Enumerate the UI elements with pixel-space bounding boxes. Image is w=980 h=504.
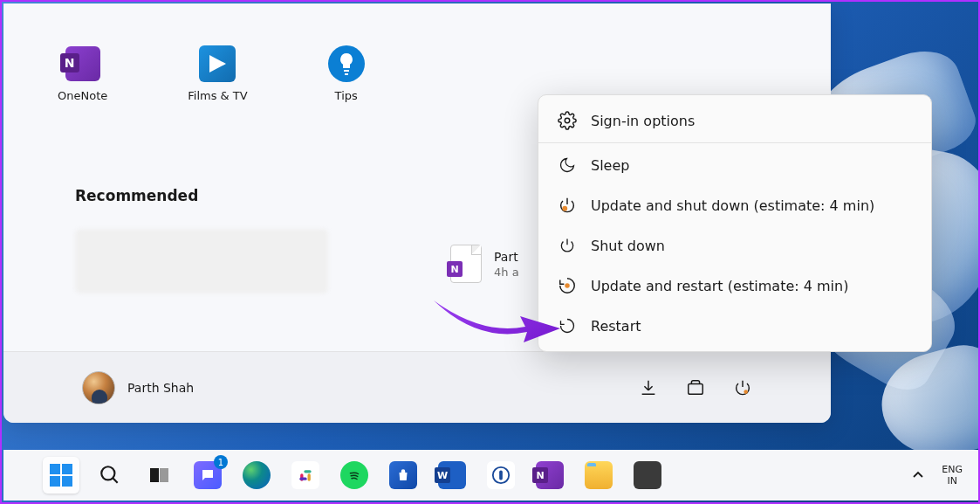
svg-rect-14 xyxy=(308,473,311,480)
store-icon xyxy=(389,461,417,489)
onepassword-icon xyxy=(487,461,515,489)
menu-separator xyxy=(538,142,931,143)
taskview-icon xyxy=(150,468,168,482)
menu-item-label: Sleep xyxy=(591,157,629,174)
gear-icon xyxy=(558,111,577,130)
app-tile-films-tv[interactable]: Films & TV xyxy=(188,45,247,102)
menu-item-update-restart[interactable]: Update and restart (estimate: 4 min) xyxy=(538,266,931,306)
app-label: Tips xyxy=(335,89,358,102)
menu-item-update-shutdown[interactable]: Update and shut down (estimate: 4 min) xyxy=(538,185,931,225)
taskbar-powertoys[interactable] xyxy=(629,457,666,494)
svg-rect-7 xyxy=(62,464,72,474)
moon-icon xyxy=(558,155,577,175)
taskbar: 1 W N xyxy=(3,450,980,501)
app-label: Films & TV xyxy=(188,89,247,102)
app-label: OneNote xyxy=(58,89,107,102)
chat-badge: 1 xyxy=(214,455,228,469)
menu-item-shutdown[interactable]: Shut down xyxy=(538,225,931,266)
taskbar-chat[interactable]: 1 xyxy=(189,457,226,494)
user-name-label: Parth Shah xyxy=(127,381,194,395)
taskbar-taskview[interactable] xyxy=(140,457,177,494)
folder-icon xyxy=(585,461,613,489)
menu-item-sleep[interactable]: Sleep xyxy=(538,145,931,185)
svg-rect-1 xyxy=(689,383,703,394)
app-tile-onenote[interactable]: OneNote xyxy=(58,45,107,102)
taskbar-onenote[interactable]: N xyxy=(531,457,568,494)
powertoys-icon xyxy=(634,461,661,489)
windows-logo-icon xyxy=(49,463,73,487)
menu-item-label: Restart xyxy=(591,318,641,335)
taskbar-1password[interactable] xyxy=(483,457,519,494)
menu-item-label: Shut down xyxy=(591,238,665,254)
onenote-icon xyxy=(65,45,101,82)
svg-rect-9 xyxy=(62,476,72,487)
svg-line-11 xyxy=(113,478,117,482)
user-account-button[interactable]: Parth Shah xyxy=(82,371,194,404)
recommended-item-subtitle: 4h a xyxy=(494,266,519,279)
svg-point-3 xyxy=(565,118,570,123)
menu-item-restart[interactable]: Restart xyxy=(538,306,931,346)
documents-icon[interactable] xyxy=(686,378,705,397)
restart-icon xyxy=(558,316,577,335)
svg-rect-6 xyxy=(50,464,60,474)
taskbar-store[interactable] xyxy=(385,457,421,494)
language-indicator[interactable]: ENG IN xyxy=(942,464,963,487)
language-bottom: IN xyxy=(942,475,963,487)
svg-rect-15 xyxy=(299,478,306,480)
menu-item-label: Update and shut down (estimate: 4 min) xyxy=(591,197,874,214)
taskbar-slack[interactable] xyxy=(287,457,324,494)
recommended-item-redacted xyxy=(75,229,328,293)
onenote-file-icon xyxy=(450,245,482,283)
power-options-menu: Sign-in options Sleep Update and shut do… xyxy=(538,94,932,352)
recommended-item-onenote-file[interactable]: Part 4h a xyxy=(450,245,519,283)
menu-item-label: Sign-in options xyxy=(591,113,695,129)
taskbar-word[interactable]: W xyxy=(434,457,470,494)
svg-rect-8 xyxy=(50,476,60,487)
start-button[interactable] xyxy=(43,457,79,494)
avatar xyxy=(82,371,115,404)
menu-item-signin-options[interactable]: Sign-in options xyxy=(538,100,931,141)
svg-rect-13 xyxy=(304,470,311,473)
power-icon[interactable] xyxy=(733,378,752,397)
language-top: ENG xyxy=(942,464,963,475)
svg-point-2 xyxy=(744,390,748,394)
slack-icon xyxy=(291,461,319,489)
edge-icon xyxy=(243,461,271,489)
search-icon xyxy=(99,464,121,487)
recommended-heading: Recommended xyxy=(75,187,198,204)
onenote-taskbar-icon: N xyxy=(536,461,564,489)
tray-overflow-chevron-icon[interactable] xyxy=(912,469,924,481)
svg-point-5 xyxy=(565,283,570,288)
power-update-icon xyxy=(558,196,577,215)
svg-rect-17 xyxy=(499,471,503,480)
taskbar-search[interactable] xyxy=(92,457,128,494)
spotify-icon xyxy=(340,461,368,489)
power-icon xyxy=(558,236,577,255)
svg-point-10 xyxy=(101,466,114,480)
downloads-icon[interactable] xyxy=(639,378,658,397)
recommended-item-title: Part xyxy=(494,249,519,265)
svg-marker-0 xyxy=(209,55,226,72)
films-tv-icon xyxy=(199,45,236,82)
word-icon: W xyxy=(438,461,466,489)
taskbar-explorer[interactable] xyxy=(580,457,617,494)
taskbar-spotify[interactable] xyxy=(336,457,373,494)
taskbar-edge[interactable] xyxy=(238,457,275,494)
tips-icon xyxy=(328,45,365,82)
app-tile-tips[interactable]: Tips xyxy=(328,45,365,102)
svg-point-4 xyxy=(562,206,567,211)
start-menu-footer: Parth Shah xyxy=(3,351,831,423)
restart-update-icon xyxy=(558,276,577,295)
menu-item-label: Update and restart (estimate: 4 min) xyxy=(591,278,848,294)
